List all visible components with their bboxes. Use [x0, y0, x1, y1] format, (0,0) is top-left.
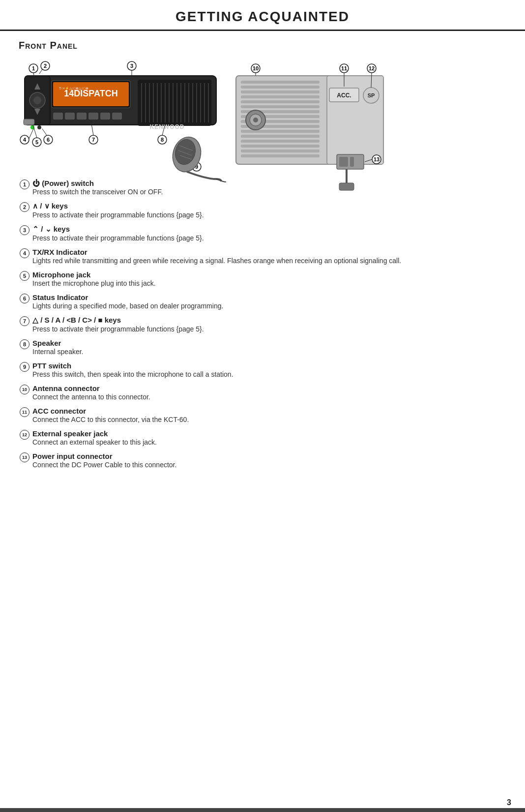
item-number-badge: 4 — [20, 248, 29, 258]
bottom-bar — [0, 808, 525, 812]
list-item: 10 Antenna connector Connect the antenna… — [19, 384, 506, 401]
svg-rect-72 — [241, 86, 320, 89]
svg-rect-73 — [241, 90, 320, 93]
item-title: External speaker jack — [32, 429, 506, 438]
svg-text:7: 7 — [92, 137, 95, 143]
item-desc: Press to activate their programmable fun… — [32, 234, 506, 242]
item-number-badge: 13 — [20, 452, 29, 462]
item-number-badge: 3 — [20, 225, 29, 235]
svg-rect-26 — [65, 113, 75, 120]
svg-line-50 — [29, 129, 33, 139]
item-number-badge: 5 — [20, 271, 29, 281]
svg-rect-96 — [339, 157, 348, 167]
item-desc: Lights during a specified mode, based on… — [32, 302, 506, 310]
list-item: 12 External speaker jack Connect an exte… — [19, 429, 506, 446]
item-desc: Connect the antenna to this connector. — [32, 393, 506, 401]
svg-rect-84 — [241, 145, 320, 148]
svg-rect-85 — [241, 150, 320, 152]
list-item: 5 Microphone jack Insert the microphone … — [19, 271, 506, 287]
svg-text:6: 6 — [47, 137, 50, 143]
item-desc: Press this switch, then speak into the m… — [32, 370, 506, 378]
svg-rect-71 — [241, 81, 320, 84]
svg-line-53 — [33, 125, 37, 138]
svg-text:T↑×⚡△○□⊕△○□⊕: T↑×⚡△○□⊕△○□⊕ — [59, 86, 88, 90]
item-desc: Internal speaker. — [32, 348, 506, 356]
svg-text:4: 4 — [23, 137, 27, 143]
svg-text:12: 12 — [369, 65, 375, 71]
svg-text:11: 11 — [341, 65, 347, 71]
page-header: GETTING ACQUAINTED — [0, 0, 525, 31]
item-desc: Connect the ACC to this connector, via t… — [32, 416, 506, 423]
item-desc: Insert the microphone plug into this jac… — [32, 279, 506, 287]
item-title: Microphone jack — [32, 271, 506, 279]
svg-rect-25 — [53, 113, 63, 120]
item-title: ∧ / ∨ keys — [32, 202, 506, 211]
svg-text:3: 3 — [130, 63, 133, 69]
item-title: PTT switch — [32, 361, 506, 370]
svg-text:ACC.: ACC. — [337, 92, 351, 99]
item-title: Power input connector — [32, 452, 506, 460]
diagram-area: 14DISPATCH T↑×⚡△○□⊕△○□⊕ — [10, 56, 515, 169]
svg-text:10: 10 — [253, 65, 259, 71]
content-list: 1 ⏻ (Power) switch Press to switch the t… — [19, 179, 506, 469]
list-item: 9 PTT switch Press this switch, then spe… — [19, 361, 506, 378]
item-number-badge: 10 — [20, 385, 29, 394]
page-title: GETTING ACQUAINTED — [0, 9, 525, 25]
svg-text:5: 5 — [35, 139, 38, 145]
list-item: 3 ⌃ / ⌄ keys Press to activate their pro… — [19, 225, 506, 242]
svg-rect-30 — [112, 113, 122, 120]
svg-rect-76 — [241, 105, 320, 108]
list-item: 11 ACC connector Connect the ACC to this… — [19, 407, 506, 423]
svg-rect-99 — [339, 183, 354, 190]
list-item: 8 Speaker Internal speaker. — [19, 339, 506, 356]
page-number: 3 — [507, 798, 511, 807]
list-item: 7 △ / S / A / <B / C> / ■ keys Press to … — [19, 316, 506, 333]
item-number-badge: 2 — [20, 202, 29, 212]
svg-rect-36 — [24, 119, 34, 125]
svg-rect-81 — [241, 130, 320, 133]
svg-text:13: 13 — [374, 156, 379, 162]
item-desc: Press to activate their programmable fun… — [32, 325, 506, 333]
svg-rect-74 — [241, 95, 320, 98]
svg-point-33 — [33, 96, 41, 104]
svg-point-38 — [37, 125, 41, 129]
svg-text:2: 2 — [44, 63, 47, 69]
item-title: Speaker — [32, 339, 506, 347]
item-title: ⌃ / ⌄ keys — [32, 225, 506, 234]
item-title: Status Indicator — [32, 293, 506, 301]
svg-line-44 — [39, 69, 42, 74]
item-desc: Press to activate their programmable fun… — [32, 211, 506, 219]
list-item: 13 Power input connector Connect the DC … — [19, 452, 506, 469]
front-panel-diagram: 14DISPATCH T↑×⚡△○□⊕△○□⊕ — [10, 56, 226, 169]
svg-rect-83 — [241, 140, 320, 143]
list-item: 4 TX/RX Indicator Lights red while trans… — [19, 248, 506, 265]
svg-text:8: 8 — [161, 137, 164, 143]
item-title: ACC connector — [32, 407, 506, 415]
item-title: Antenna connector — [32, 384, 506, 392]
svg-text:14DISPATCH: 14DISPATCH — [64, 89, 117, 98]
svg-text:1: 1 — [32, 65, 35, 71]
item-number-badge: 8 — [20, 339, 29, 349]
item-desc: Connect the DC Power Cable to this conne… — [32, 461, 506, 469]
svg-rect-86 — [241, 154, 320, 157]
rear-panel-diagram: ACC. SP 10 11 12 — [231, 61, 398, 164]
svg-rect-82 — [241, 135, 320, 138]
svg-rect-27 — [77, 113, 87, 120]
item-number-badge: 11 — [20, 407, 29, 417]
svg-text:KENWOOD: KENWOOD — [150, 123, 185, 130]
svg-rect-75 — [241, 100, 320, 103]
item-number-badge: 7 — [20, 316, 29, 326]
svg-rect-28 — [88, 113, 98, 120]
item-title: △ / S / A / <B / C> / ■ keys — [32, 316, 506, 325]
list-item: 6 Status Indicator Lights during a speci… — [19, 293, 506, 310]
item-desc: Lights red while transmitting and green … — [32, 257, 506, 265]
item-number-badge: 6 — [20, 294, 29, 303]
svg-text:SP: SP — [368, 92, 375, 98]
item-number-badge: 12 — [20, 430, 29, 440]
svg-point-89 — [253, 118, 258, 122]
svg-rect-29 — [100, 113, 110, 120]
item-title: TX/RX Indicator — [32, 248, 506, 256]
section-title: Front Panel — [19, 40, 525, 51]
item-number-badge: 9 — [20, 362, 29, 372]
item-desc: Connect an external speaker to this jack… — [32, 438, 506, 446]
